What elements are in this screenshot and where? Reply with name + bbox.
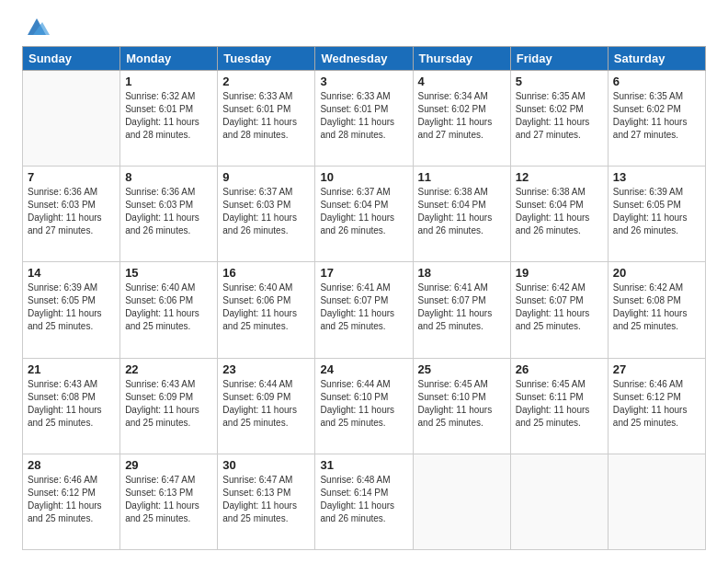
day-info: Sunrise: 6:35 AMSunset: 6:02 PMDaylight:… xyxy=(613,90,700,142)
header-wednesday: Wednesday xyxy=(315,47,413,71)
day-number: 7 xyxy=(28,170,115,184)
day-info: Sunrise: 6:42 AMSunset: 6:07 PMDaylight:… xyxy=(516,282,603,333)
day-info: Sunrise: 6:32 AMSunset: 6:01 PMDaylight:… xyxy=(125,90,212,142)
week-row-5: 28Sunrise: 6:46 AMSunset: 6:12 PMDayligh… xyxy=(23,454,706,549)
day-cell: 5Sunrise: 6:35 AMSunset: 6:02 PMDaylight… xyxy=(510,71,608,167)
day-cell: 23Sunrise: 6:44 AMSunset: 6:09 PMDayligh… xyxy=(218,358,315,454)
week-row-1: 1Sunrise: 6:32 AMSunset: 6:01 PMDaylight… xyxy=(23,71,706,167)
logo-icon xyxy=(24,17,50,37)
day-number: 24 xyxy=(320,362,407,376)
day-cell xyxy=(23,71,120,167)
day-cell: 17Sunrise: 6:41 AMSunset: 6:07 PMDayligh… xyxy=(315,262,413,358)
day-cell: 14Sunrise: 6:39 AMSunset: 6:05 PMDayligh… xyxy=(23,262,120,358)
day-number: 8 xyxy=(125,170,212,184)
day-cell: 20Sunrise: 6:42 AMSunset: 6:08 PMDayligh… xyxy=(608,262,705,358)
day-cell: 12Sunrise: 6:38 AMSunset: 6:04 PMDayligh… xyxy=(510,167,608,262)
day-info: Sunrise: 6:35 AMSunset: 6:02 PMDaylight:… xyxy=(516,90,603,142)
day-number: 12 xyxy=(516,170,603,184)
day-info: Sunrise: 6:41 AMSunset: 6:07 PMDaylight:… xyxy=(418,282,506,333)
header-monday: Monday xyxy=(120,47,218,71)
day-number: 4 xyxy=(418,75,506,88)
calendar-table: Sunday Monday Tuesday Wednesday Thursday… xyxy=(22,46,706,550)
day-info: Sunrise: 6:40 AMSunset: 6:06 PMDaylight:… xyxy=(222,282,310,333)
day-cell: 13Sunrise: 6:39 AMSunset: 6:05 PMDayligh… xyxy=(608,167,705,262)
day-number: 3 xyxy=(320,75,407,88)
day-cell: 10Sunrise: 6:37 AMSunset: 6:04 PMDayligh… xyxy=(315,167,413,262)
day-info: Sunrise: 6:43 AMSunset: 6:09 PMDaylight:… xyxy=(125,378,212,430)
day-info: Sunrise: 6:33 AMSunset: 6:01 PMDaylight:… xyxy=(320,90,407,142)
week-row-4: 21Sunrise: 6:43 AMSunset: 6:08 PMDayligh… xyxy=(23,358,706,454)
day-number: 10 xyxy=(320,170,407,184)
day-number: 11 xyxy=(418,170,506,184)
day-cell: 1Sunrise: 6:32 AMSunset: 6:01 PMDaylight… xyxy=(120,71,218,167)
day-cell: 7Sunrise: 6:36 AMSunset: 6:03 PMDaylight… xyxy=(23,167,120,262)
day-cell: 25Sunrise: 6:45 AMSunset: 6:10 PMDayligh… xyxy=(413,358,510,454)
day-cell: 6Sunrise: 6:35 AMSunset: 6:02 PMDaylight… xyxy=(608,71,705,167)
day-cell: 22Sunrise: 6:43 AMSunset: 6:09 PMDayligh… xyxy=(120,358,218,454)
day-number: 21 xyxy=(28,362,115,376)
day-cell: 26Sunrise: 6:45 AMSunset: 6:11 PMDayligh… xyxy=(510,358,608,454)
header-saturday: Saturday xyxy=(608,47,705,71)
day-cell: 2Sunrise: 6:33 AMSunset: 6:01 PMDaylight… xyxy=(218,71,315,167)
day-info: Sunrise: 6:42 AMSunset: 6:08 PMDaylight:… xyxy=(613,282,700,333)
day-cell: 3Sunrise: 6:33 AMSunset: 6:01 PMDaylight… xyxy=(315,71,413,167)
day-info: Sunrise: 6:39 AMSunset: 6:05 PMDaylight:… xyxy=(613,186,700,237)
day-cell xyxy=(413,454,510,549)
day-cell: 8Sunrise: 6:36 AMSunset: 6:03 PMDaylight… xyxy=(120,167,218,262)
day-number: 26 xyxy=(516,362,603,376)
day-cell: 4Sunrise: 6:34 AMSunset: 6:02 PMDaylight… xyxy=(413,71,510,167)
day-number: 25 xyxy=(418,362,506,376)
day-cell: 11Sunrise: 6:38 AMSunset: 6:04 PMDayligh… xyxy=(413,167,510,262)
day-info: Sunrise: 6:45 AMSunset: 6:10 PMDaylight:… xyxy=(418,378,506,430)
day-cell xyxy=(608,454,705,549)
day-info: Sunrise: 6:34 AMSunset: 6:02 PMDaylight:… xyxy=(418,90,506,142)
day-number: 16 xyxy=(222,266,310,280)
day-info: Sunrise: 6:36 AMSunset: 6:03 PMDaylight:… xyxy=(125,186,212,237)
day-cell: 27Sunrise: 6:46 AMSunset: 6:12 PMDayligh… xyxy=(608,358,705,454)
day-info: Sunrise: 6:46 AMSunset: 6:12 PMDaylight:… xyxy=(613,378,700,430)
day-number: 23 xyxy=(222,362,310,376)
day-number: 31 xyxy=(320,458,407,472)
day-info: Sunrise: 6:38 AMSunset: 6:04 PMDaylight:… xyxy=(418,186,506,237)
day-number: 22 xyxy=(125,362,212,376)
day-info: Sunrise: 6:33 AMSunset: 6:01 PMDaylight:… xyxy=(222,90,310,142)
day-number: 27 xyxy=(613,362,700,376)
day-number: 19 xyxy=(516,266,603,280)
day-cell: 15Sunrise: 6:40 AMSunset: 6:06 PMDayligh… xyxy=(120,262,218,358)
header-tuesday: Tuesday xyxy=(218,47,315,71)
day-info: Sunrise: 6:39 AMSunset: 6:05 PMDaylight:… xyxy=(28,282,115,333)
day-info: Sunrise: 6:44 AMSunset: 6:09 PMDaylight:… xyxy=(222,378,310,430)
day-number: 15 xyxy=(125,266,212,280)
day-cell: 28Sunrise: 6:46 AMSunset: 6:12 PMDayligh… xyxy=(23,454,120,549)
weekday-header-row: Sunday Monday Tuesday Wednesday Thursday… xyxy=(23,47,706,71)
day-cell xyxy=(510,454,608,549)
day-info: Sunrise: 6:36 AMSunset: 6:03 PMDaylight:… xyxy=(28,186,115,237)
day-number: 28 xyxy=(28,458,115,472)
day-number: 14 xyxy=(28,266,115,280)
day-info: Sunrise: 6:45 AMSunset: 6:11 PMDaylight:… xyxy=(516,378,603,430)
day-info: Sunrise: 6:37 AMSunset: 6:03 PMDaylight:… xyxy=(222,186,310,237)
day-number: 17 xyxy=(320,266,407,280)
day-number: 6 xyxy=(613,75,700,88)
day-cell: 24Sunrise: 6:44 AMSunset: 6:10 PMDayligh… xyxy=(315,358,413,454)
header-thursday: Thursday xyxy=(413,47,510,71)
page: Sunday Monday Tuesday Wednesday Thursday… xyxy=(0,0,728,563)
day-cell: 21Sunrise: 6:43 AMSunset: 6:08 PMDayligh… xyxy=(23,358,120,454)
day-info: Sunrise: 6:44 AMSunset: 6:10 PMDaylight:… xyxy=(320,378,407,430)
day-cell: 18Sunrise: 6:41 AMSunset: 6:07 PMDayligh… xyxy=(413,262,510,358)
day-cell: 9Sunrise: 6:37 AMSunset: 6:03 PMDaylight… xyxy=(218,167,315,262)
day-info: Sunrise: 6:43 AMSunset: 6:08 PMDaylight:… xyxy=(28,378,115,430)
day-info: Sunrise: 6:47 AMSunset: 6:13 PMDaylight:… xyxy=(222,474,310,525)
day-number: 2 xyxy=(222,75,310,88)
day-number: 9 xyxy=(222,170,310,184)
day-cell: 30Sunrise: 6:47 AMSunset: 6:13 PMDayligh… xyxy=(218,454,315,549)
day-cell: 16Sunrise: 6:40 AMSunset: 6:06 PMDayligh… xyxy=(218,262,315,358)
day-cell: 29Sunrise: 6:47 AMSunset: 6:13 PMDayligh… xyxy=(120,454,218,549)
week-row-3: 14Sunrise: 6:39 AMSunset: 6:05 PMDayligh… xyxy=(23,262,706,358)
header xyxy=(22,17,706,37)
header-friday: Friday xyxy=(510,47,608,71)
day-cell: 31Sunrise: 6:48 AMSunset: 6:14 PMDayligh… xyxy=(315,454,413,549)
day-info: Sunrise: 6:41 AMSunset: 6:07 PMDaylight:… xyxy=(320,282,407,333)
day-info: Sunrise: 6:37 AMSunset: 6:04 PMDaylight:… xyxy=(320,186,407,237)
day-cell: 19Sunrise: 6:42 AMSunset: 6:07 PMDayligh… xyxy=(510,262,608,358)
